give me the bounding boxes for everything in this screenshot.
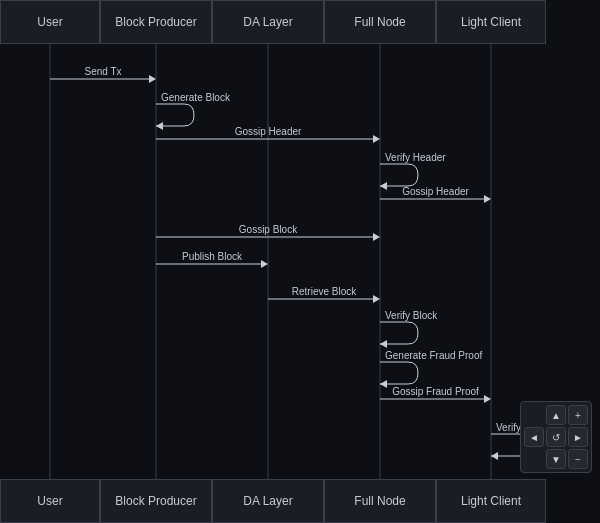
svg-marker-10 xyxy=(484,395,491,403)
msg-generate-block xyxy=(156,104,194,126)
msg-label-verify-block: Verify Block xyxy=(385,310,438,321)
nav-left-button[interactable]: ◄ xyxy=(524,427,544,447)
svg-marker-7 xyxy=(373,295,380,303)
svg-marker-9 xyxy=(380,380,387,388)
msg-verify-block xyxy=(380,322,418,344)
svg-marker-5 xyxy=(373,233,380,241)
svg-marker-11 xyxy=(491,452,498,460)
actor-da-layer: DA Layer xyxy=(212,0,324,44)
actor-user: User xyxy=(0,479,100,523)
msg-label-gossip-block: Gossip Block xyxy=(239,224,298,235)
nav-zoom-in-button[interactable]: + xyxy=(568,405,588,425)
msg-label-generate-block: Generate Block xyxy=(161,92,231,103)
msg-label-gossip-header-2: Gossip Header xyxy=(402,186,469,197)
actor-block-producer: Block Producer xyxy=(100,479,212,523)
svg-marker-8 xyxy=(380,340,387,348)
msg-label-generate-fraud-proof: Generate Fraud Proof xyxy=(385,350,482,361)
actor-user: User xyxy=(0,0,100,44)
nav-up-button[interactable]: ▲ xyxy=(546,405,566,425)
svg-marker-3 xyxy=(380,182,387,190)
msg-label-publish-block: Publish Block xyxy=(182,251,243,262)
diagram-container: UserBlock ProducerDA LayerFull NodeLight… xyxy=(0,0,600,523)
nav-right-button[interactable]: ► xyxy=(568,427,588,447)
nav-zoom-out-button[interactable]: − xyxy=(568,449,588,469)
actors-bottom: UserBlock ProducerDA LayerFull NodeLight… xyxy=(0,479,600,523)
msg-label-send-tx: Send Tx xyxy=(84,66,121,77)
svg-marker-4 xyxy=(484,195,491,203)
msg-label-gossip-fraud-proof: Gossip Fraud Proof xyxy=(392,386,479,397)
nav-controls: ▲ + ◄ ↺ ► ▼ − xyxy=(520,401,592,473)
msg-label-retrieve-block: Retrieve Block xyxy=(292,286,357,297)
nav-reset-button[interactable]: ↺ xyxy=(546,427,566,447)
actor-full-node: Full Node xyxy=(324,479,436,523)
msg-generate-fraud-proof xyxy=(380,362,418,384)
msg-label-verify-header: Verify Header xyxy=(385,152,446,163)
actor-light-client: Light Client xyxy=(436,479,546,523)
msg-verify-header xyxy=(380,164,418,186)
nav-down-button[interactable]: ▼ xyxy=(546,449,566,469)
msg-label-gossip-header: Gossip Header xyxy=(235,126,302,137)
actor-light-client: Light Client xyxy=(436,0,546,44)
actors-top: UserBlock ProducerDA LayerFull NodeLight… xyxy=(0,0,600,44)
actor-block-producer: Block Producer xyxy=(100,0,212,44)
actor-full-node: Full Node xyxy=(324,0,436,44)
svg-marker-2 xyxy=(373,135,380,143)
svg-marker-6 xyxy=(261,260,268,268)
svg-marker-1 xyxy=(156,122,163,130)
actor-da-layer: DA Layer xyxy=(212,479,324,523)
diagram-svg: Send TxGenerate BlockGossip HeaderVerify… xyxy=(0,0,600,523)
svg-marker-0 xyxy=(149,75,156,83)
